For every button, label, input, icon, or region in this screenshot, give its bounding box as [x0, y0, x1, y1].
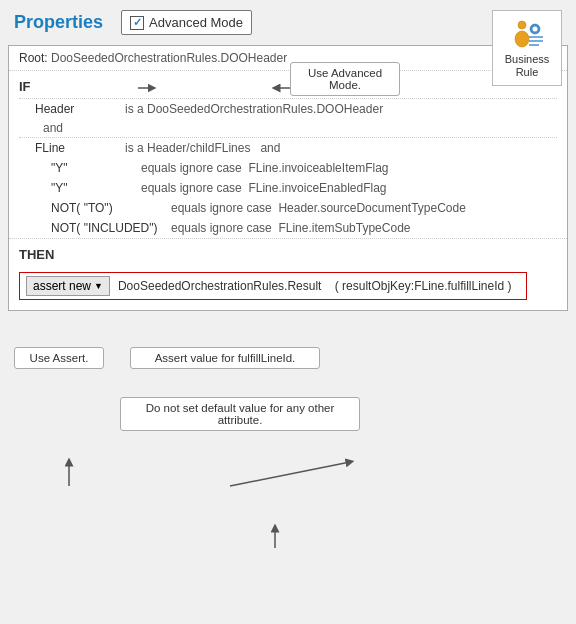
bottom-annotations: Use Assert. Assert value for fulfillLine…: [0, 319, 576, 449]
advanced-mode-box[interactable]: ✓ Advanced Mode: [121, 10, 252, 35]
svg-point-5: [518, 21, 526, 29]
root-label: Root:: [19, 51, 48, 65]
svg-line-3: [230, 462, 350, 486]
assert-new-label: assert new: [33, 279, 91, 293]
use-assert-label: Use Assert.: [30, 352, 89, 364]
no-default-callout: Do not set default value for any other a…: [120, 397, 360, 431]
rule-row: "Y" equals ignore case FLine.invoiceEnab…: [19, 178, 557, 198]
rule-subject: NOT( "INCLUDED"): [51, 221, 171, 235]
root-line: Root: DooSeededOrchestrationRules.DOOHea…: [9, 46, 567, 71]
then-keyword: THEN: [19, 243, 557, 266]
rule-row: "Y" equals ignore case FLine.invoiceable…: [19, 158, 557, 178]
assert-value-callout: Assert value for fulfillLineId.: [130, 347, 320, 369]
assert-value: DooSeededOrchestrationRules.Result ( res…: [110, 277, 520, 295]
business-rule-svg: [509, 17, 545, 53]
assert-row: assert new ▼ DooSeededOrchestrationRules…: [19, 272, 527, 300]
assert-class: DooSeededOrchestrationRules.Result: [118, 279, 321, 293]
no-default-annotation: Do not set default value for any other a…: [146, 402, 335, 426]
rule-subject: "Y": [51, 181, 141, 195]
assert-params: ( resultObjKey:FLine.fulfillLineId ): [325, 279, 512, 293]
business-rule-icon[interactable]: Business Rule: [492, 10, 562, 86]
assert-new-button[interactable]: assert new ▼: [26, 276, 110, 296]
advanced-mode-label: Advanced Mode: [149, 15, 243, 30]
rule-predicate: is a DooSeededOrchestrationRules.DOOHead…: [125, 102, 549, 116]
rule-row: NOT( "INCLUDED") equals ignore case FLin…: [19, 218, 557, 238]
svg-point-8: [533, 27, 538, 32]
main-container: Properties ✓ Advanced Mode Use Advanced …: [0, 0, 576, 624]
business-rule-label: Business Rule: [505, 53, 550, 79]
rule-predicate: is a Header/childFLines and: [125, 141, 549, 155]
content-panel: Root: DooSeededOrchestrationRules.DOOHea…: [8, 45, 568, 311]
then-section: THEN assert new ▼ DooSeededOrchestration…: [9, 238, 567, 310]
svg-point-6: [515, 31, 529, 47]
rule-subject: "Y": [51, 161, 141, 175]
and-text: and: [19, 119, 557, 137]
advanced-mode-checkbox[interactable]: ✓: [130, 16, 144, 30]
root-value: DooSeededOrchestrationRules.DOOHeader: [51, 51, 287, 65]
properties-title: Properties: [14, 12, 103, 33]
header-bar: Properties ✓ Advanced Mode Use Advanced …: [0, 0, 576, 45]
rule-row: FLine is a Header/childFLines and: [19, 137, 557, 158]
use-assert-callout: Use Assert.: [14, 347, 104, 369]
rule-row: NOT( "TO") equals ignore case Header.sou…: [19, 198, 557, 218]
rule-predicate: equals ignore case FLine.itemSubTypeCode: [171, 221, 549, 235]
if-section: IF Header is a DooSeededOrchestrationRul…: [9, 71, 567, 238]
assert-dropdown-icon[interactable]: ▼: [94, 281, 103, 291]
rule-row: Header is a DooSeededOrchestrationRules.…: [19, 98, 557, 119]
rule-subject: Header: [35, 102, 125, 116]
rule-subject: NOT( "TO"): [51, 201, 171, 215]
rule-predicate: equals ignore case Header.sourceDocument…: [171, 201, 549, 215]
use-advanced-mode-callout: Use Advanced Mode.: [290, 62, 400, 96]
rule-predicate: equals ignore case FLine.invoiceableItem…: [141, 161, 549, 175]
assert-value-annotation: Assert value for fulfillLineId.: [155, 352, 296, 364]
rule-predicate: equals ignore case FLine.invoiceEnabledF…: [141, 181, 549, 195]
rule-subject: FLine: [35, 141, 125, 155]
if-keyword: IF: [19, 75, 557, 98]
checkmark-icon: ✓: [133, 16, 142, 29]
